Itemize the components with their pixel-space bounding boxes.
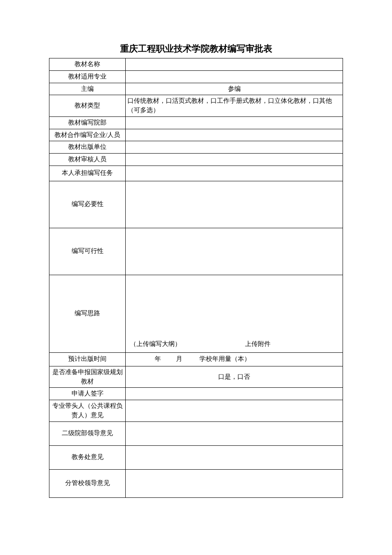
field-necessity[interactable]	[126, 181, 343, 228]
label-major: 教材适用专业	[49, 70, 126, 83]
label-signature: 申请人签字	[49, 388, 126, 400]
field-reviewer[interactable]	[126, 154, 343, 166]
form-title: 重庆工程职业技术学院教材编写审批表	[49, 43, 343, 55]
field-idea[interactable]	[126, 275, 343, 339]
field-partner[interactable]	[126, 129, 343, 141]
label-idea: 编写思路	[49, 275, 126, 352]
label-national-plan: 是否准备申报国家级规划教材	[49, 366, 126, 388]
approval-form-table: 教材名称 教材适用专业 主编 参编 教材类型 口传统教材，口活页式教材，口工作手…	[49, 58, 343, 498]
field-task[interactable]	[126, 166, 343, 181]
label-publisher: 教材出版单位	[49, 141, 126, 154]
label-dept-leader: 二级院部领导意见	[49, 421, 126, 445]
field-dept-leader[interactable]	[126, 421, 343, 445]
field-school-leader[interactable]	[126, 469, 343, 497]
label-school-leader: 分管校领导意见	[49, 469, 126, 497]
label-feasibility: 编写可行性	[49, 228, 126, 275]
label-pubtime: 预计出版时间	[49, 352, 126, 366]
year-label: 年	[155, 355, 161, 362]
field-feasibility[interactable]	[126, 228, 343, 275]
label-task: 本人承担编写任务	[49, 166, 126, 181]
label-type: 教材类型	[49, 95, 126, 117]
label-dept: 教材编写院部	[49, 116, 126, 129]
annual-usage-label: 学校年用量（本）	[199, 355, 251, 362]
field-academic-office[interactable]	[126, 445, 343, 469]
label-reviewer: 教材审核人员	[49, 154, 126, 166]
upload-attachment-label[interactable]: 上传附件	[245, 340, 271, 349]
field-major[interactable]	[126, 70, 343, 83]
field-textbook-name[interactable]	[126, 58, 343, 71]
label-necessity: 编写必要性	[49, 181, 126, 228]
field-dept[interactable]	[126, 116, 343, 129]
field-signature[interactable]	[126, 388, 343, 400]
label-leader-opinion: 专业带头人（公共课程负责人）意见	[49, 400, 126, 422]
field-pubtime[interactable]: 年 月 学校年用量（本）	[126, 352, 343, 366]
label-partner: 教材合作编写企业/人员	[49, 129, 126, 141]
document-page: 重庆工程职业技术学院教材编写审批表 教材名称 教材适用专业 主编 参编 教材类型…	[0, 0, 392, 555]
field-type-options[interactable]: 口传统教材，口活页式教材，口工作手册式教材，口立体化教材，口其他（可多选）	[126, 95, 343, 117]
label-chief-editor: 主编	[49, 83, 126, 95]
label-co-editor: 参编	[126, 83, 343, 95]
field-national-plan[interactable]: 口是，口否	[126, 366, 343, 388]
field-leader-opinion[interactable]	[126, 400, 343, 422]
upload-outline-label: （上传编写大纲）	[130, 340, 181, 349]
field-publisher[interactable]	[126, 141, 343, 154]
month-label: 月	[176, 355, 182, 362]
label-academic-office: 教务处意见	[49, 445, 126, 469]
outline-row: （上传编写大纲） 上传附件	[126, 339, 343, 352]
label-textbook-name: 教材名称	[49, 58, 126, 71]
